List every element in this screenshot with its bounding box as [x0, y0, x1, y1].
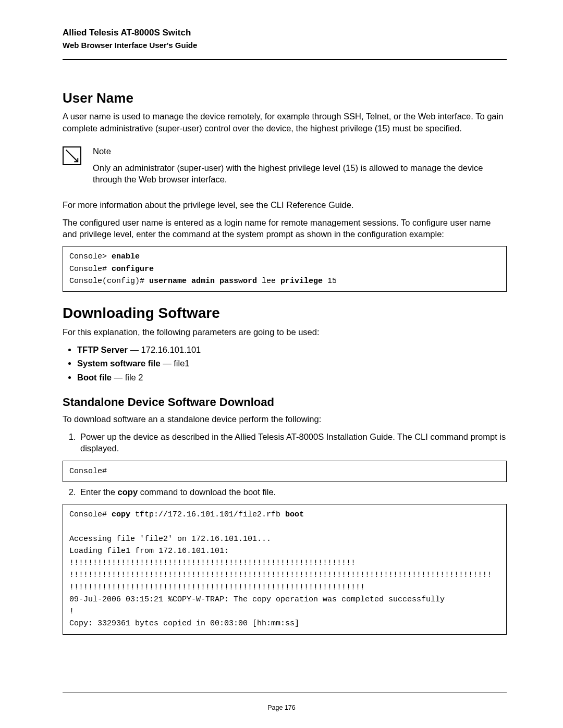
note-icon	[63, 146, 81, 165]
list-item: System software file — file1	[77, 357, 507, 369]
svg-line-0	[66, 150, 78, 162]
step-list: Enter the copy command to download the b…	[63, 486, 507, 498]
code-text: !!!!!!!!!!!!!!!!!!!!!!!!!!!!!!!!!!!!!!!!…	[69, 559, 356, 567]
code-text: copy	[112, 510, 130, 519]
param-label: System software file	[77, 359, 161, 368]
code-text: Copy: 3329361 bytes copied in 00:03:00 […	[69, 619, 299, 628]
page-footer: Page 176	[0, 693, 563, 712]
param-sep: —	[128, 345, 141, 354]
code-text: tftp://172.16.101.101/file2.rfb	[130, 510, 285, 519]
code-text: Console#	[69, 467, 107, 476]
heading-standalone-download: Standalone Device Software Download	[63, 394, 507, 410]
code-text: !!!!!!!!!!!!!!!!!!!!!!!!!!!!!!!!!!!!!!!!…	[69, 571, 492, 579]
note-block: Note Only an administrator (super-user) …	[63, 145, 507, 192]
param-value: file1	[174, 359, 189, 368]
header-title: Allied Telesis AT-8000S Switch	[63, 27, 507, 39]
code-text: Console>	[69, 252, 112, 261]
heading-user-name: User Name	[63, 89, 507, 107]
step-list: Power up the device as described in the …	[63, 431, 507, 454]
code-text: Console#	[69, 510, 112, 519]
note-text: Only an administrator (super-user) with …	[93, 162, 507, 186]
code-text: Loading file1 from 172.16.101.101:	[69, 547, 234, 556]
code-text: !	[69, 607, 74, 616]
code-example-username: Console> enable Console# configure Conso…	[63, 246, 507, 292]
code-text: Console(config)#	[69, 277, 149, 286]
code-text: boot	[285, 510, 304, 519]
param-label: Boot file	[77, 373, 112, 382]
code-text: 15	[323, 277, 337, 286]
code-text: privilege	[280, 277, 323, 286]
list-item: Enter the copy command to download the b…	[78, 486, 507, 498]
download-intro: For this explanation, the following para…	[63, 326, 507, 338]
header-rule	[63, 59, 507, 60]
param-label: TFTP Server	[77, 345, 128, 354]
page-number: Page 176	[267, 704, 296, 711]
code-text: !!!!!!!!!!!!!!!!!!!!!!!!!!!!!!!!!!!!!!!!…	[69, 583, 365, 592]
code-text: Console#	[69, 265, 112, 274]
standalone-intro: To download software an a standalone dev…	[63, 413, 507, 425]
username-para-2: For more information about the privilege…	[63, 199, 507, 211]
code-text: username admin password	[149, 277, 257, 286]
code-text: configure	[112, 265, 154, 274]
code-example-prompt: Console#	[63, 461, 507, 482]
list-item: Boot file — file 2	[77, 372, 507, 383]
list-item: Power up the device as described in the …	[78, 431, 507, 454]
code-text: 09-Jul-2006 03:15:21 %COPY-W-TRAP: The c…	[69, 595, 445, 604]
param-value: 172.16.101.101	[141, 345, 201, 354]
code-text: Accessing file 'file2' on 172.16.101.101…	[69, 535, 271, 544]
param-sep: —	[112, 373, 125, 382]
code-text: lee	[257, 277, 280, 286]
code-example-copy: Console# copy tftp://172.16.101.101/file…	[63, 504, 507, 635]
param-list: TFTP Server — 172.16.101.101 System soft…	[63, 344, 507, 383]
list-item: TFTP Server — 172.16.101.101	[77, 344, 507, 355]
username-para-3: The configured user name is entered as a…	[63, 217, 507, 240]
param-value: file 2	[125, 373, 143, 382]
username-para-1: A user name is used to manage the device…	[63, 110, 507, 134]
header-subtitle: Web Browser Interface User's Guide	[63, 40, 507, 51]
step-text-bold: copy	[118, 487, 138, 497]
param-sep: —	[161, 359, 174, 368]
step-text: command to download the boot file.	[138, 487, 276, 497]
footer-rule	[63, 693, 507, 693]
note-label: Note	[93, 145, 507, 157]
heading-downloading-software: Downloading Software	[63, 303, 507, 323]
code-text: enable	[112, 252, 140, 261]
page-header: Allied Telesis AT-8000S Switch Web Brows…	[63, 27, 507, 60]
note-body: Note Only an administrator (super-user) …	[93, 145, 507, 192]
step-text: Enter the	[80, 487, 118, 497]
